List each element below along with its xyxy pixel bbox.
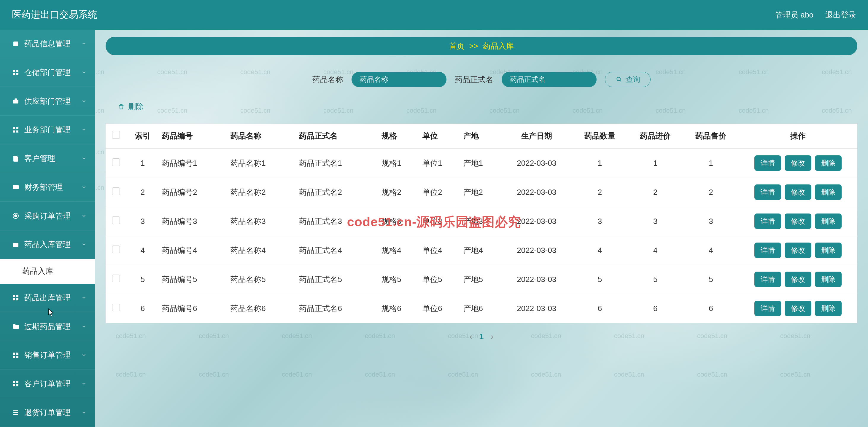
svg-rect-17 xyxy=(16,298,19,300)
breadcrumb-sep: >> xyxy=(469,41,478,51)
sidebar-item-12[interactable]: 客户订单管理 xyxy=(0,370,95,398)
logout-link[interactable]: 退出登录 xyxy=(825,10,856,20)
sidebar-item-5[interactable]: 财务部管理 xyxy=(0,173,95,202)
delete-button[interactable]: 删除 xyxy=(815,242,842,258)
cell: 药品编号5 xyxy=(159,265,227,294)
sidebar-item-6[interactable]: 采购订单管理 xyxy=(0,202,95,230)
breadcrumb-home[interactable]: 首页 xyxy=(449,41,465,51)
edit-button[interactable]: 修改 xyxy=(785,272,811,287)
cell: 详情修改删除 xyxy=(739,294,857,323)
edit-button[interactable]: 修改 xyxy=(785,242,811,258)
col-header-11: 药品售价 xyxy=(683,124,739,149)
col-header-6: 单位 xyxy=(420,124,460,149)
cell: 2022-03-03 xyxy=(501,265,572,294)
svg-rect-21 xyxy=(16,356,19,358)
edit-button[interactable]: 修改 xyxy=(785,301,811,316)
query-button[interactable]: 查询 xyxy=(605,72,651,87)
document-icon xyxy=(12,155,20,163)
sidebar-item-1[interactable]: 仓储部门管理 xyxy=(0,58,95,87)
search-row: 药品名称 药品正式名 查询 xyxy=(105,72,857,87)
sidebar-item-13[interactable]: 退货订单管理 xyxy=(0,398,95,427)
cell: 5 xyxy=(126,265,159,294)
sidebar-item-7[interactable]: 药品入库管理 xyxy=(0,230,95,259)
svg-rect-27 xyxy=(13,412,18,413)
row-checkbox[interactable] xyxy=(112,158,120,166)
card-icon xyxy=(12,183,20,191)
bulk-delete-button[interactable]: 删除 xyxy=(118,101,144,112)
cell: 2 xyxy=(683,177,739,207)
cell: 规格3 xyxy=(378,207,420,236)
delete-button[interactable]: 删除 xyxy=(815,301,842,316)
svg-line-30 xyxy=(620,80,621,81)
cell: 2022-03-03 xyxy=(501,207,572,236)
cell: 药品编号2 xyxy=(159,177,227,207)
tag-icon xyxy=(12,212,20,220)
cell: 2 xyxy=(628,177,683,207)
cell: 单位4 xyxy=(420,236,460,265)
chevron-down-icon xyxy=(81,183,87,192)
cell: 产地6 xyxy=(460,294,501,323)
row-checkbox[interactable] xyxy=(112,245,120,253)
chevron-down-icon xyxy=(81,154,87,163)
detail-button[interactable]: 详情 xyxy=(754,242,781,258)
detail-button[interactable]: 详情 xyxy=(754,301,781,316)
page-next[interactable]: › xyxy=(491,332,493,341)
cell: 详情修改删除 xyxy=(739,265,857,294)
cell: 产地2 xyxy=(460,177,501,207)
sidebar-item-9[interactable]: 药品出库管理 xyxy=(0,284,95,313)
col-header-1: 索引 xyxy=(126,124,159,149)
delete-button[interactable]: 删除 xyxy=(815,155,842,171)
detail-button[interactable]: 详情 xyxy=(754,185,781,200)
cell: 药品正式名5 xyxy=(296,265,378,294)
col-header-0 xyxy=(105,124,126,149)
svg-rect-4 xyxy=(16,73,19,75)
sidebar-item-2[interactable]: 供应部门管理 xyxy=(0,87,95,116)
table-row: 5药品编号5药品名称5药品正式名5规格5单位5产地52022-03-03555详… xyxy=(105,265,857,294)
chevron-down-icon xyxy=(81,125,87,134)
detail-button[interactable]: 详情 xyxy=(754,214,781,229)
grid-icon xyxy=(12,351,20,359)
delete-button[interactable]: 删除 xyxy=(815,214,842,229)
edit-button[interactable]: 修改 xyxy=(785,214,811,229)
edit-button[interactable]: 修改 xyxy=(785,155,811,171)
search-name-input[interactable] xyxy=(351,72,446,87)
page-current[interactable]: 1 xyxy=(479,332,484,341)
detail-button[interactable]: 详情 xyxy=(754,272,781,287)
row-checkbox[interactable] xyxy=(112,217,120,224)
chevron-down-icon xyxy=(81,322,87,331)
trash-icon xyxy=(118,103,125,110)
sidebar-item-10[interactable]: 过期药品管理 xyxy=(0,312,95,341)
svg-rect-14 xyxy=(13,295,15,297)
sidebar-item-8[interactable]: 药品入库 xyxy=(0,259,95,284)
query-button-label: 查询 xyxy=(626,75,640,84)
delete-button[interactable]: 删除 xyxy=(815,185,842,200)
svg-rect-18 xyxy=(13,353,15,355)
cell: 单位1 xyxy=(420,149,460,177)
delete-button[interactable]: 删除 xyxy=(815,272,842,287)
edit-button[interactable]: 修改 xyxy=(785,185,811,200)
page-prev[interactable]: ‹ xyxy=(470,332,472,341)
chevron-down-icon xyxy=(81,68,87,77)
search-formal-input[interactable] xyxy=(502,72,596,87)
select-all-checkbox[interactable] xyxy=(112,131,120,139)
svg-rect-10 xyxy=(13,185,19,189)
sidebar-item-label: 财务部管理 xyxy=(24,182,63,192)
svg-rect-24 xyxy=(13,384,15,386)
sidebar-item-0[interactable]: 药品信息管理 xyxy=(0,30,95,58)
cell: 单位6 xyxy=(420,294,460,323)
col-header-10: 药品进价 xyxy=(628,124,683,149)
sidebar-item-4[interactable]: 客户管理 xyxy=(0,144,95,173)
sidebar-item-11[interactable]: 销售订单管理 xyxy=(0,341,95,370)
search-name-label: 药品名称 xyxy=(312,74,343,85)
cell: 2022-03-03 xyxy=(501,294,572,323)
row-checkbox[interactable] xyxy=(112,274,120,282)
chevron-down-icon xyxy=(81,39,87,48)
detail-button[interactable]: 详情 xyxy=(754,155,781,171)
user-label[interactable]: 管理员 abo xyxy=(775,10,813,20)
svg-point-11 xyxy=(14,215,17,217)
cell: 药品正式名1 xyxy=(296,149,378,177)
row-checkbox[interactable] xyxy=(112,304,120,311)
sidebar-item-3[interactable]: 业务部门管理 xyxy=(0,116,95,144)
row-checkbox[interactable] xyxy=(112,188,120,195)
cell: 产地4 xyxy=(460,236,501,265)
